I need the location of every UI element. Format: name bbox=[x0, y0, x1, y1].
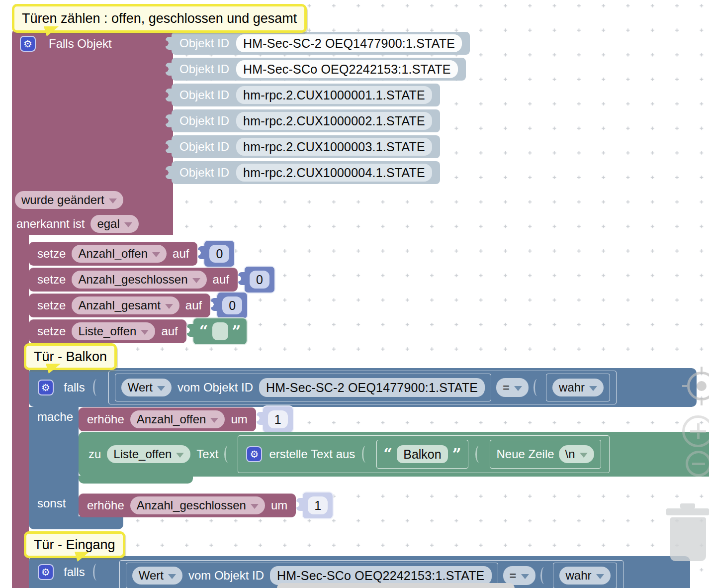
string-field[interactable] bbox=[212, 322, 228, 340]
object-id-label: Objekt ID bbox=[179, 140, 229, 154]
object-id-field[interactable]: hm-rpc.2.CUX1000001.1.STATE bbox=[236, 86, 432, 104]
object-id-field[interactable]: hm-rpc.2.CUX1000003.1.STATE bbox=[236, 138, 432, 156]
puzzle-connector-icon bbox=[187, 324, 193, 337]
chevron-down-icon bbox=[251, 504, 259, 509]
object-id-label: Objekt ID bbox=[179, 166, 229, 180]
ack-value: egal bbox=[97, 217, 119, 231]
create-text-block[interactable]: ⚙ erstelle Text aus “ Balkon ” Neue Zeil… bbox=[238, 435, 609, 473]
increment-variable-block[interactable]: erhöhe Anzahl_geschlossen um bbox=[79, 493, 296, 517]
number-field[interactable]: 0 bbox=[250, 271, 269, 289]
puzzle-connector-icon bbox=[166, 37, 172, 50]
compare-block[interactable]: Wert vom Objekt ID HM-Sec-SC-2 OEQ147790… bbox=[108, 371, 617, 404]
newline-dropdown[interactable]: \n bbox=[559, 445, 594, 463]
comment-tail bbox=[46, 364, 61, 374]
set-variable-block[interactable]: setze Liste_offen auf bbox=[29, 319, 186, 343]
plus-icon bbox=[697, 423, 700, 439]
set-preposition: auf bbox=[173, 247, 189, 261]
object-id-label: Objekt ID bbox=[179, 62, 229, 76]
comment-tail bbox=[44, 26, 59, 36]
text-string-block[interactable]: “ ” bbox=[192, 317, 248, 345]
number-field[interactable]: 0 bbox=[209, 245, 229, 263]
boolean-dropdown[interactable]: wahr bbox=[559, 567, 611, 585]
variable-dropdown[interactable]: Liste_offen bbox=[72, 322, 155, 340]
object-id-block[interactable]: Objekt ID hm-rpc.2.CUX1000002.1.STATE bbox=[172, 109, 440, 132]
value-from-object-block[interactable]: Wert vom Objekt ID HM-Sec-SC-2 OEQ147790… bbox=[115, 374, 491, 401]
number-block[interactable]: 0 bbox=[203, 240, 235, 268]
shadow-number-block[interactable]: 1 bbox=[302, 491, 334, 519]
variable-dropdown[interactable]: Anzahl_offen bbox=[72, 245, 167, 263]
crosshair-tick bbox=[701, 400, 703, 405]
object-id-field[interactable]: hm-rpc.2.CUX1000004.1.STATE bbox=[236, 164, 432, 182]
if-block-balkon[interactable]: ⚙ falls Wert vom Objekt ID HM-Sec-SC-2 O… bbox=[29, 368, 697, 407]
boolean-value: wahr bbox=[559, 381, 585, 394]
object-id-block[interactable]: Objekt ID HM-Sec-SCo OEQ2242153:1.STATE bbox=[172, 58, 466, 81]
mutator-gear-icon[interactable]: ⚙ bbox=[246, 446, 262, 462]
variable-name: Anzahl_offen bbox=[78, 247, 148, 261]
operator-dropdown[interactable]: = bbox=[503, 566, 535, 585]
object-id-block[interactable]: Objekt ID hm-rpc.2.CUX1000004.1.STATE bbox=[172, 161, 440, 184]
newline-value: \n bbox=[565, 447, 575, 461]
value-socket-icon bbox=[93, 379, 100, 396]
variable-name: Anzahl_geschlossen bbox=[78, 273, 187, 287]
increment-preposition: um bbox=[231, 412, 247, 426]
increment-variable-block[interactable]: erhöhe Anzahl_offen um bbox=[79, 407, 256, 431]
boolean-dropdown[interactable]: wahr bbox=[552, 379, 604, 396]
set-preposition: auf bbox=[213, 273, 229, 287]
variable-dropdown[interactable]: Liste_offen bbox=[107, 445, 190, 463]
object-id-field[interactable]: HM-Sec-SCo OEQ2242153:1.STATE bbox=[236, 60, 458, 78]
text-string-block[interactable]: “ Balkon ” bbox=[376, 440, 468, 469]
zoom-out-button[interactable] bbox=[686, 451, 709, 477]
mutator-gear-icon[interactable]: ⚙ bbox=[20, 36, 36, 52]
zoom-in-button[interactable] bbox=[682, 415, 709, 447]
object-id-field[interactable]: hm-rpc.2.CUX1000002.1.STATE bbox=[236, 112, 432, 130]
zoom-reset-dot-icon bbox=[697, 381, 707, 391]
operator-value: = bbox=[510, 569, 517, 583]
ack-dropdown[interactable]: egal bbox=[90, 215, 138, 233]
set-variable-block[interactable]: setze Anzahl_gesamt auf bbox=[29, 294, 210, 317]
value-socket-icon bbox=[224, 446, 232, 463]
set-variable-block[interactable]: setze Anzahl_geschlossen auf bbox=[29, 268, 238, 292]
number-block[interactable]: 0 bbox=[244, 266, 275, 294]
shadow-number-block[interactable]: 1 bbox=[262, 405, 294, 433]
variable-dropdown[interactable]: Anzahl_geschlossen bbox=[72, 271, 206, 289]
object-id-field[interactable]: HM-Sec-SC-2 OEQ1477900:1.STATE bbox=[259, 378, 485, 397]
attribute-dropdown[interactable]: Wert bbox=[132, 567, 182, 585]
then-label: mache bbox=[37, 410, 73, 424]
variable-name: Liste_offen bbox=[113, 447, 172, 461]
number-block[interactable]: 0 bbox=[216, 292, 248, 319]
puzzle-connector-icon bbox=[166, 63, 172, 76]
string-field[interactable]: Balkon bbox=[397, 445, 447, 463]
object-id-field[interactable]: HM-Sec-SCo OEQ2242153:1.STATE bbox=[270, 566, 492, 585]
boolean-value: wahr bbox=[566, 569, 592, 583]
attribute-dropdown[interactable]: Wert bbox=[121, 379, 172, 396]
chevron-down-icon bbox=[157, 386, 165, 391]
append-text-block[interactable]: zu Liste_offen Text ⚙ erstelle Text aus … bbox=[79, 432, 709, 477]
variable-dropdown[interactable]: Anzahl_geschlossen bbox=[130, 496, 265, 514]
object-id-field[interactable]: HM-Sec-SC-2 OEQ1477900:1.STATE bbox=[236, 34, 462, 52]
newline-block[interactable]: Neue Zeile \n bbox=[490, 440, 601, 469]
chevron-down-icon bbox=[596, 574, 604, 579]
set-variable-block[interactable]: setze Anzahl_offen auf bbox=[29, 242, 197, 266]
comment-bubble-balkon[interactable]: Tür - Balkon bbox=[24, 343, 117, 370]
operator-dropdown[interactable]: = bbox=[496, 378, 529, 397]
object-id-block[interactable]: Objekt ID HM-Sec-SC-2 OEQ1477900:1.STATE bbox=[172, 32, 470, 55]
zoom-reset-button[interactable] bbox=[687, 372, 709, 400]
puzzle-connector-icon bbox=[166, 114, 172, 127]
number-field[interactable]: 1 bbox=[268, 410, 288, 428]
object-id-block[interactable]: Objekt ID hm-rpc.2.CUX1000003.1.STATE bbox=[172, 135, 440, 158]
trash-can-button[interactable] bbox=[670, 517, 706, 561]
number-field[interactable]: 1 bbox=[308, 496, 328, 514]
set-keyword: setze bbox=[37, 273, 66, 287]
mutator-gear-icon[interactable]: ⚙ bbox=[38, 564, 54, 580]
object-id-block[interactable]: Objekt ID hm-rpc.2.CUX1000001.1.STATE bbox=[172, 84, 440, 106]
number-field[interactable]: 0 bbox=[222, 296, 242, 314]
chevron-down-icon bbox=[152, 252, 160, 257]
variable-dropdown[interactable]: Anzahl_offen bbox=[130, 410, 225, 428]
mutator-gear-icon[interactable]: ⚙ bbox=[38, 380, 54, 395]
append-text-block-foot bbox=[79, 476, 193, 484]
variable-dropdown[interactable]: Anzahl_gesamt bbox=[72, 296, 179, 314]
boolean-block[interactable]: wahr bbox=[553, 563, 617, 588]
boolean-block[interactable]: wahr bbox=[546, 374, 610, 401]
puzzle-connector-icon bbox=[238, 272, 245, 285]
trigger-dropdown[interactable]: wurde geändert bbox=[15, 191, 123, 209]
